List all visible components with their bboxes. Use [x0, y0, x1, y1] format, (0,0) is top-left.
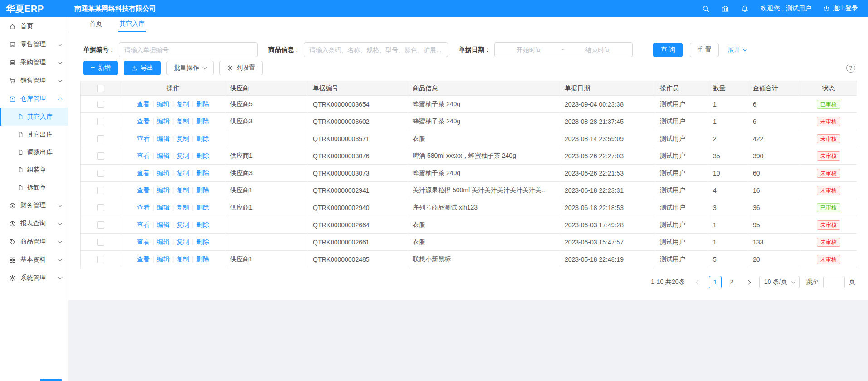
search-icon[interactable]: [702, 5, 710, 13]
row-action-delete[interactable]: 删除: [196, 186, 209, 194]
row-checkbox[interactable]: [97, 239, 104, 246]
search-button[interactable]: 查 询: [653, 43, 683, 57]
row-action-delete[interactable]: 删除: [196, 135, 209, 142]
row-checkbox[interactable]: [97, 135, 104, 142]
sidebar-item-basic[interactable]: 基本资料: [0, 251, 68, 269]
prev-page-button[interactable]: [692, 276, 705, 288]
page-size-select[interactable]: 10 条/页: [759, 276, 800, 288]
batch-ops-button[interactable]: 批量操作: [166, 61, 214, 75]
row-action-view[interactable]: 查看: [137, 204, 150, 211]
action-separator: |: [192, 204, 194, 211]
batch-ops-label: 批量操作: [174, 64, 199, 72]
sidebar-item-system[interactable]: 系统管理: [0, 269, 68, 287]
row-action-copy[interactable]: 复制: [176, 100, 189, 107]
row-checkbox[interactable]: [97, 256, 104, 263]
welcome-text[interactable]: 欢迎您，测试用户: [761, 5, 811, 13]
qty-cell: 10: [708, 165, 748, 182]
sidebar-subitem-other-out[interactable]: 其它出库: [0, 126, 68, 143]
sidebar-subitem-other-in[interactable]: 其它入库: [0, 108, 68, 126]
row-action-copy[interactable]: 复制: [176, 169, 189, 176]
row-action-copy[interactable]: 复制: [176, 186, 189, 194]
sidebar-subitem-allot-out[interactable]: 调拨出库: [0, 143, 68, 161]
row-checkbox[interactable]: [97, 187, 104, 194]
add-button[interactable]: + 新增: [83, 61, 118, 75]
row-action-delete[interactable]: 删除: [196, 100, 209, 107]
row-action-view[interactable]: 查看: [137, 117, 150, 125]
row-action-view[interactable]: 查看: [137, 169, 150, 176]
jump-page-input[interactable]: [823, 276, 845, 288]
logout-button[interactable]: 退出登录: [823, 5, 858, 13]
row-action-delete[interactable]: 删除: [196, 238, 209, 245]
row-action-delete[interactable]: 删除: [196, 221, 209, 228]
bill-no-input[interactable]: [119, 42, 258, 57]
date-end-input[interactable]: [567, 46, 629, 54]
row-action-view[interactable]: 查看: [137, 186, 150, 194]
sidebar-item-report[interactable]: 报表查询: [0, 215, 68, 233]
row-checkbox[interactable]: [97, 170, 104, 177]
reset-button[interactable]: 重 置: [690, 43, 719, 57]
row-checkbox[interactable]: [97, 101, 104, 108]
tab-other-in[interactable]: 其它入库: [118, 17, 146, 32]
row-action-view[interactable]: 查看: [137, 135, 150, 142]
row-action-view[interactable]: 查看: [137, 152, 150, 159]
sidebar-item-warehouse[interactable]: 仓库管理: [0, 90, 68, 108]
row-action-copy[interactable]: 复制: [176, 135, 189, 142]
row-checkbox[interactable]: [97, 221, 104, 229]
export-button[interactable]: 导出: [124, 61, 161, 75]
sidebar-subitem-disassemble[interactable]: 拆卸单: [0, 179, 68, 196]
row-action-delete[interactable]: 删除: [196, 255, 209, 263]
sidebar-item-label: 采购管理: [20, 59, 59, 67]
row-action-delete[interactable]: 删除: [196, 169, 209, 176]
column-settings-button[interactable]: 列设置: [219, 61, 263, 75]
row-action-edit[interactable]: 编辑: [157, 221, 170, 228]
bill-no-cell: QTRK00000003571: [308, 130, 408, 147]
data-table: 操作供应商单据编号商品信息单据日期操作员数量金额合计状态 查看|编辑|复制|删除…: [80, 81, 857, 268]
page-2-button[interactable]: 2: [726, 276, 738, 288]
select-all-checkbox[interactable]: [97, 85, 104, 92]
date-range-picker[interactable]: ~: [494, 42, 633, 57]
material-input[interactable]: [304, 42, 448, 57]
date-start-input[interactable]: [498, 46, 560, 54]
row-action-copy[interactable]: 复制: [176, 117, 189, 125]
row-action-delete[interactable]: 删除: [196, 152, 209, 159]
row-action-copy[interactable]: 复制: [176, 238, 189, 245]
row-action-delete[interactable]: 删除: [196, 117, 209, 125]
sidebar-item-purchase[interactable]: 采购管理: [0, 54, 68, 72]
row-action-view[interactable]: 查看: [137, 255, 150, 263]
row-action-edit[interactable]: 编辑: [157, 238, 170, 245]
horizontal-scrollbar-thumb[interactable]: [40, 379, 62, 381]
sidebar-item-sales[interactable]: 销售管理: [0, 72, 68, 90]
status-badge: 未审核: [817, 169, 840, 178]
sidebar-item-retail[interactable]: 零售管理: [0, 35, 68, 54]
next-page-button[interactable]: [742, 276, 755, 288]
row-action-view[interactable]: 查看: [137, 238, 150, 245]
row-checkbox[interactable]: [97, 152, 104, 160]
tab-home[interactable]: 首页: [88, 17, 103, 32]
row-action-edit[interactable]: 编辑: [157, 255, 170, 263]
sidebar-item-finance[interactable]: 财务管理: [0, 196, 68, 215]
row-action-edit[interactable]: 编辑: [157, 169, 170, 176]
row-checkbox[interactable]: [97, 118, 104, 125]
help-icon[interactable]: ?: [846, 64, 855, 73]
row-action-edit[interactable]: 编辑: [157, 186, 170, 194]
sidebar-item-goods[interactable]: 商品管理: [0, 233, 68, 251]
row-action-edit[interactable]: 编辑: [157, 100, 170, 107]
row-action-copy[interactable]: 复制: [176, 152, 189, 159]
sidebar-item-home[interactable]: 首页: [0, 17, 68, 35]
bank-icon[interactable]: [722, 5, 729, 13]
row-action-view[interactable]: 查看: [137, 221, 150, 228]
row-action-copy[interactable]: 复制: [176, 204, 189, 211]
bell-icon[interactable]: [741, 5, 749, 13]
row-action-copy[interactable]: 复制: [176, 255, 189, 263]
row-action-view[interactable]: 查看: [137, 100, 150, 107]
row-action-edit[interactable]: 编辑: [157, 135, 170, 142]
row-checkbox[interactable]: [97, 204, 104, 211]
page-1-button[interactable]: 1: [709, 276, 722, 288]
row-action-edit[interactable]: 编辑: [157, 117, 170, 125]
row-action-copy[interactable]: 复制: [176, 221, 189, 228]
expand-link[interactable]: 展开: [728, 46, 746, 54]
row-action-edit[interactable]: 编辑: [157, 204, 170, 211]
row-action-delete[interactable]: 删除: [196, 204, 209, 211]
sidebar-subitem-assemble[interactable]: 组装单: [0, 161, 68, 179]
row-action-edit[interactable]: 编辑: [157, 152, 170, 159]
